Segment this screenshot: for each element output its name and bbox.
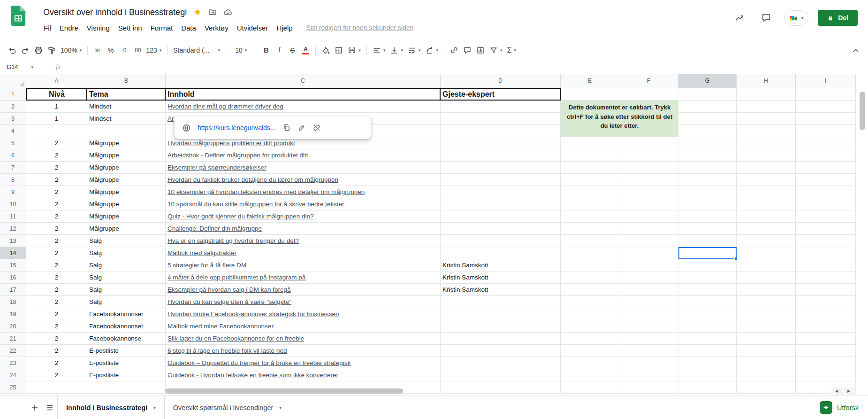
cell[interactable] [561,247,619,259]
row-header[interactable]: 11 [0,210,26,223]
cell[interactable]: 2 [26,345,87,357]
cell[interactable] [619,235,678,247]
row-header[interactable]: 21 [0,333,26,345]
strikethrough-button[interactable]: S [286,43,299,57]
cell[interactable] [737,210,796,223]
cell[interactable] [561,162,619,174]
cell[interactable]: Hvordan bruke Facebook-annonser strategi… [166,308,441,320]
column-header-g[interactable]: G [678,74,737,88]
cell[interactable]: Målgruppe [87,149,166,162]
cell[interactable] [796,186,856,198]
column-header-a[interactable]: A [26,74,87,88]
menu-data[interactable]: Data [177,22,200,34]
cell[interactable] [619,333,678,345]
print-button[interactable] [32,43,45,57]
menu-utvidelser[interactable]: Utvidelser [233,22,273,34]
cell[interactable] [441,235,561,247]
column-header-f[interactable]: F [619,74,678,88]
cell[interactable]: 2 [26,174,87,186]
row-header[interactable]: 7 [0,162,26,174]
row-header[interactable]: 8 [0,174,26,186]
cell[interactable]: Salg [87,296,166,308]
move-folder-icon[interactable] [208,8,217,16]
cell[interactable]: Salg [87,284,166,296]
cell[interactable]: 2 [26,333,87,345]
cell[interactable] [796,320,856,333]
cell[interactable] [796,223,856,235]
font-selector[interactable]: Standard (... ▾ [171,43,222,57]
cell[interactable] [737,88,796,101]
formula-input[interactable] [61,60,868,74]
cell[interactable] [737,357,796,369]
cell[interactable] [796,162,856,174]
cell[interactable]: 2 [26,210,87,223]
comment-history-icon[interactable] [758,9,775,26]
cell[interactable] [441,186,561,198]
row-header[interactable]: 22 [0,345,26,357]
cell[interactable] [796,357,856,369]
cell[interactable]: Hvordan dine mål og drømmer driver deg [166,101,441,113]
share-button[interactable]: Del [818,10,858,26]
cell[interactable]: 1 [26,113,87,125]
cell[interactable] [737,235,796,247]
merge-cells-button[interactable]: ▾ [345,43,363,57]
cell[interactable]: Kristin Samskott [441,284,561,296]
cell[interactable] [678,296,737,308]
cell[interactable] [619,272,678,284]
cell[interactable] [678,186,737,198]
cell[interactable]: Kristin Samskott [441,272,561,284]
cell[interactable] [619,320,678,333]
cell[interactable] [678,223,737,235]
cell[interactable] [737,284,796,296]
cell[interactable]: Hvordan du kan selge uten å være "selget… [166,296,441,308]
cell[interactable]: Facebookannonser [87,320,166,333]
cell[interactable] [678,235,737,247]
column-header-c[interactable]: C [166,74,441,88]
cell[interactable] [678,369,737,381]
cell[interactable] [796,125,856,137]
cell[interactable]: Guidebok – Oppsettet du trenger for å br… [166,357,441,369]
borders-button[interactable] [332,43,345,57]
cell[interactable]: Hva er en salgstrakt og hvorfor trenger … [166,235,441,247]
cell[interactable] [619,284,678,296]
column-header-b[interactable]: B [87,74,166,88]
row-header[interactable]: 2 [0,101,26,113]
cell[interactable] [441,223,561,235]
cell[interactable]: Tema [87,88,166,101]
star-icon[interactable] [193,8,202,16]
cell[interactable] [737,198,796,210]
cell[interactable] [561,259,619,272]
cell[interactable] [619,247,678,259]
meet-button[interactable]: ▾ [784,10,809,26]
cell[interactable] [737,125,796,137]
cell[interactable] [678,149,737,162]
cell[interactable]: E-postliste [87,369,166,381]
cell[interactable] [796,101,856,113]
cell[interactable] [441,113,561,125]
cell[interactable]: 1 [26,101,87,113]
cell[interactable] [737,137,796,149]
cell[interactable] [796,345,856,357]
row-header[interactable]: 15 [0,259,26,272]
cell[interactable] [561,284,619,296]
cell[interactable] [796,137,856,149]
cell[interactable]: Hvordan du faktisk bruker detaljene du l… [166,174,441,186]
cell[interactable]: Eksempler på hvordan salg i DM kan foreg… [166,284,441,296]
cell[interactable] [441,296,561,308]
cloud-status-icon[interactable] [223,8,232,17]
cell[interactable]: 6 steg til å lage en freebie folk vil la… [166,345,441,357]
cell[interactable] [561,235,619,247]
cell[interactable]: 2 [26,308,87,320]
cell[interactable]: Slik lager du en Facebookannonse for en … [166,333,441,345]
filter-button[interactable]: ▾ [487,43,505,57]
increase-decimal-button[interactable]: .00 [130,43,144,57]
cell[interactable]: 2 [26,259,87,272]
cell[interactable] [561,357,619,369]
row-header[interactable]: 12 [0,223,26,235]
redo-button[interactable] [19,43,32,57]
horizontal-align-button[interactable]: ▾ [370,43,388,57]
row-header[interactable]: 6 [0,149,26,162]
cell[interactable]: Målgruppe [87,210,166,223]
cell[interactable] [796,113,856,125]
all-sheets-button[interactable] [42,400,57,415]
